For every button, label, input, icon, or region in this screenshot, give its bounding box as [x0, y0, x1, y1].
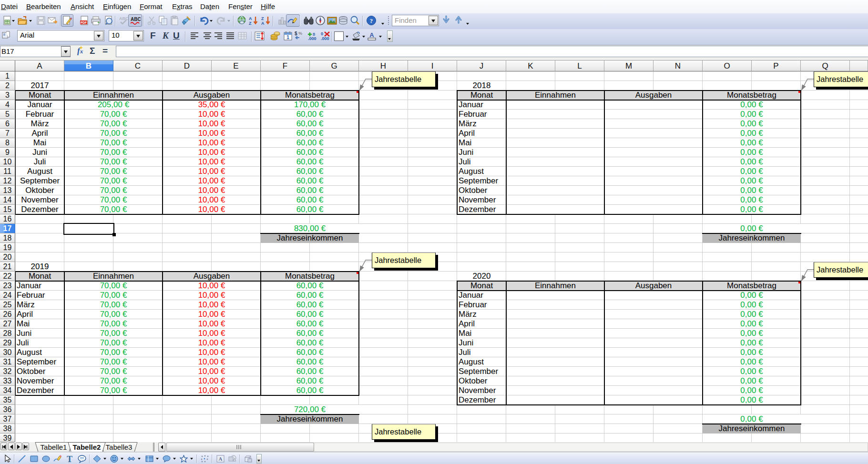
svg-text:A: A	[249, 16, 252, 21]
svg-text:0: 0	[321, 31, 323, 36]
svg-text:?: ?	[370, 17, 373, 24]
svg-text:A: A	[369, 31, 374, 39]
svg-text:1: 1	[286, 35, 289, 40]
svg-text:.000: .000	[321, 36, 329, 41]
svg-text:A: A	[261, 21, 265, 26]
svg-text:$: $	[295, 31, 297, 36]
svg-text:A: A	[219, 456, 223, 462]
svg-text:%: %	[298, 31, 302, 36]
svg-text:.000: .000	[308, 36, 317, 41]
svg-text:ABC: ABC	[131, 17, 141, 22]
svg-text:Z: Z	[249, 21, 252, 26]
svg-text:ABC: ABC	[119, 16, 128, 21]
svg-text:PDF: PDF	[81, 21, 87, 24]
svg-text:Z: Z	[261, 16, 264, 21]
